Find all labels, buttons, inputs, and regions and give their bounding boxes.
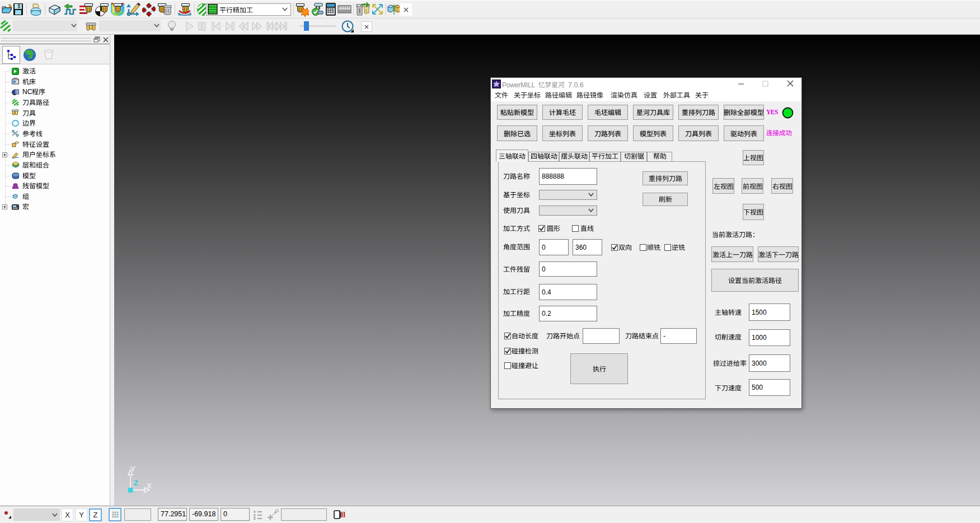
svg-text:Y: Y — [130, 465, 135, 473]
svg-text:Z: Z — [134, 479, 138, 487]
svg-text:X: X — [147, 482, 152, 490]
svg-text:z: z — [254, 517, 256, 520]
